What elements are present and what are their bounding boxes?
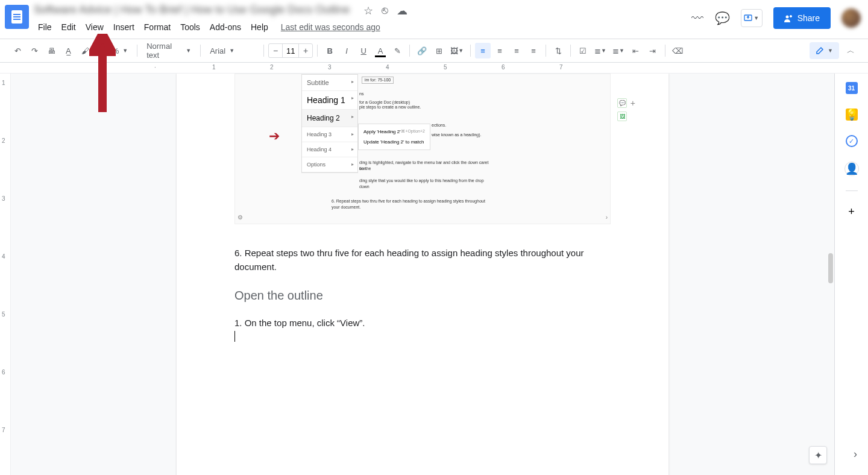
comments-icon[interactable]: 💬: [715, 11, 730, 25]
font-size-minus[interactable]: −: [269, 44, 282, 57]
font-size-input[interactable]: [282, 44, 299, 57]
checklist-button[interactable]: ☑: [575, 43, 591, 58]
keep-icon[interactable]: 💡: [846, 109, 858, 121]
text-color-button[interactable]: A: [373, 43, 388, 58]
menu-insert[interactable]: Insert: [109, 20, 139, 34]
italic-button[interactable]: I: [339, 43, 354, 58]
link-button[interactable]: 🔗: [414, 43, 430, 58]
font-select[interactable]: Arial▼: [205, 43, 259, 58]
comment-indicator-icon[interactable]: 💬: [617, 98, 627, 108]
vertical-ruler[interactable]: 1 2 3 4 5 6 7: [0, 74, 11, 475]
redo-button[interactable]: ↷: [27, 43, 42, 58]
line-spacing-button[interactable]: ⇅: [550, 43, 566, 58]
present-button[interactable]: ▼: [741, 9, 763, 27]
document-title[interactable]: Software Advice | How To Brief | How to …: [34, 4, 350, 16]
menu-addons[interactable]: Add-ons: [206, 20, 245, 34]
zoom-select[interactable]: 100%▼: [94, 43, 133, 58]
add-comment-plus-icon[interactable]: +: [631, 98, 635, 108]
embedded-red-arrow-icon: ➔: [269, 128, 280, 144]
highlight-button[interactable]: ✎: [389, 43, 405, 58]
print-button[interactable]: 🖶: [43, 43, 59, 58]
calendar-icon[interactable]: 31: [846, 82, 858, 94]
font-size-plus[interactable]: +: [299, 44, 312, 57]
menu-help[interactable]: Help: [247, 20, 272, 34]
paint-format-button[interactable]: 🖌: [77, 43, 93, 58]
align-center-button[interactable]: ≡: [492, 43, 508, 58]
align-right-button[interactable]: ≡: [509, 43, 524, 58]
svg-point-1: [785, 16, 788, 19]
font-size-control[interactable]: − +: [268, 43, 313, 58]
embedded-heading-submenu: Apply 'Heading 2'⌘+Option+2 Update 'Head…: [358, 124, 430, 150]
embedded-style-menu: Subtitle Heading 1 Heading 2 Heading 3 H…: [301, 74, 358, 173]
undo-button[interactable]: ↶: [10, 43, 25, 58]
activity-icon[interactable]: 〰: [690, 11, 705, 25]
embedded-screenshot-image[interactable]: im for: 75-100 ns Subtitle Heading 1 Hea…: [234, 74, 611, 224]
collapse-toolbar-button[interactable]: ︿: [843, 43, 858, 58]
side-panel: 31 💡 ✓ 👤 +: [834, 74, 868, 475]
contacts-icon[interactable]: 👤: [844, 162, 859, 176]
menu-format[interactable]: Format: [140, 20, 175, 34]
clear-format-button[interactable]: ⌫: [670, 43, 685, 58]
docs-logo[interactable]: [5, 5, 29, 29]
move-icon[interactable]: ⎋: [382, 4, 388, 17]
tasks-icon[interactable]: ✓: [846, 135, 858, 147]
share-button[interactable]: Share: [773, 7, 831, 29]
explore-button[interactable]: ✦: [809, 446, 827, 464]
editing-mode-button[interactable]: ▼: [810, 42, 839, 59]
show-side-panel-icon[interactable]: ›: [854, 448, 857, 461]
comment-button[interactable]: ⊞: [431, 43, 447, 58]
scrollbar-thumb[interactable]: [828, 253, 833, 283]
menu-edit[interactable]: Edit: [57, 20, 80, 34]
underline-button[interactable]: U: [356, 43, 371, 58]
image-button[interactable]: 🖼▼: [448, 43, 466, 58]
menu-file[interactable]: File: [34, 20, 56, 34]
document-page[interactable]: im for: 75-100 ns Subtitle Heading 1 Hea…: [177, 74, 668, 475]
body-paragraph[interactable]: 6. Repeat steps two thru five for each h…: [234, 246, 611, 274]
align-justify-button[interactable]: ≡: [526, 43, 541, 58]
horizontal-ruler[interactable]: · 1 2 3 4 5 6 7: [0, 63, 868, 74]
cloud-icon[interactable]: ☁: [397, 4, 407, 17]
bullet-list-button[interactable]: ≣▼: [592, 43, 609, 58]
spellcheck-button[interactable]: A̲: [60, 43, 76, 58]
last-edit-link[interactable]: Last edit was seconds ago: [281, 20, 380, 34]
account-avatar[interactable]: [841, 8, 861, 28]
menu-tools[interactable]: Tools: [176, 20, 204, 34]
suggestion-indicator-icon[interactable]: 🖼: [617, 112, 627, 121]
body-paragraph[interactable]: 1. On the top menu, click “View”.: [234, 316, 611, 344]
bold-button[interactable]: B: [322, 43, 338, 58]
get-addons-icon[interactable]: +: [846, 206, 858, 218]
toolbar: ↶ ↷ 🖶 A̲ 🖌 100%▼ Normal text▼ Arial▼ − +…: [0, 39, 868, 63]
menu-bar: File Edit View Insert Format Tools Add-o…: [34, 20, 690, 34]
star-icon[interactable]: ☆: [363, 4, 373, 17]
body-heading[interactable]: Open the outline: [234, 289, 611, 303]
outdent-button[interactable]: ⇤: [628, 43, 644, 58]
align-left-button[interactable]: ≡: [475, 43, 491, 58]
text-cursor: [234, 331, 235, 342]
embedded-chevron-icon: ›: [606, 214, 608, 221]
menu-view[interactable]: View: [81, 20, 108, 34]
style-select[interactable]: Normal text▼: [142, 43, 196, 58]
indent-button[interactable]: ⇥: [645, 43, 661, 58]
embedded-gear-icon: ⚙: [237, 214, 243, 221]
number-list-button[interactable]: ≣▼: [610, 43, 627, 58]
